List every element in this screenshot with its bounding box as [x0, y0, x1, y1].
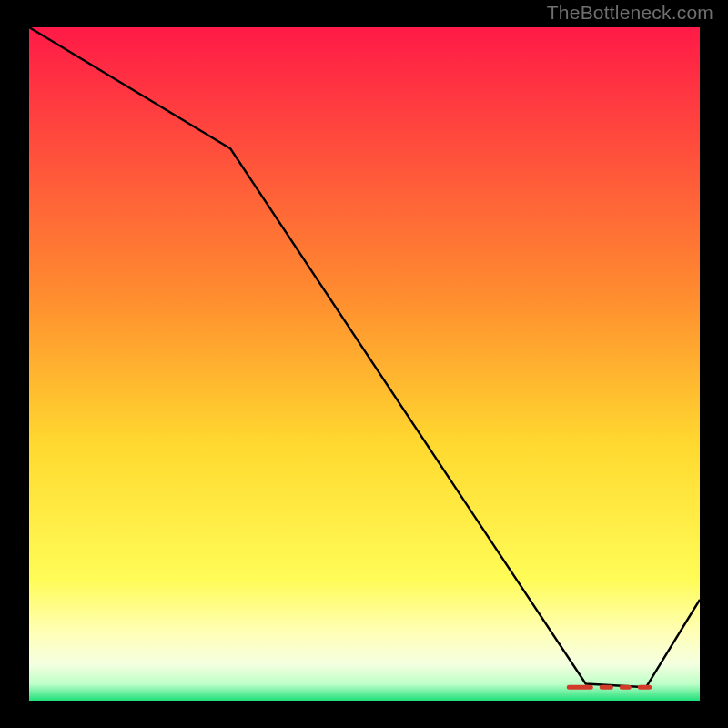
plot-background [29, 27, 700, 701]
chart-frame: TheBottleneck.com [0, 0, 728, 728]
chart-canvas [0, 0, 728, 728]
